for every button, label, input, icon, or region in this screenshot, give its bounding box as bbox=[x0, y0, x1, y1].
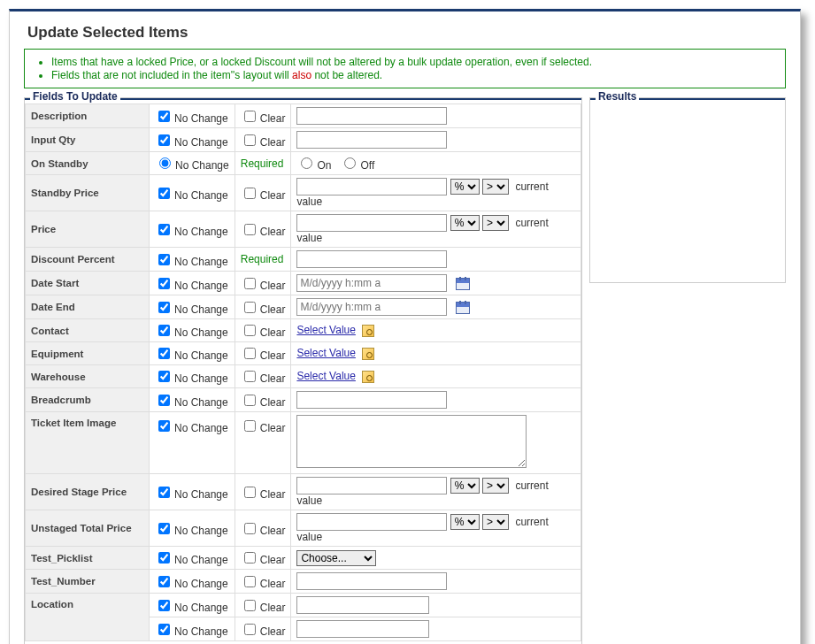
input-location-1[interactable] bbox=[296, 596, 429, 614]
clear-desired-stage-price[interactable] bbox=[244, 487, 256, 498]
input-unstaged-total-price[interactable] bbox=[296, 513, 447, 531]
input-breadcrumb[interactable] bbox=[296, 391, 447, 409]
nochange-description[interactable] bbox=[158, 111, 170, 122]
label-ticket-item-image: Ticket Item Image bbox=[26, 412, 150, 474]
lookup-icon[interactable] bbox=[362, 371, 374, 383]
input-location-2[interactable] bbox=[296, 620, 429, 638]
row-date-end: Date End No Change Clear bbox=[26, 295, 581, 319]
clear-test-picklist[interactable] bbox=[244, 552, 256, 564]
input-test-number[interactable] bbox=[296, 572, 447, 590]
unit-standby-price[interactable]: % bbox=[450, 179, 480, 195]
lookup-icon[interactable] bbox=[362, 325, 374, 337]
row-contact: Contact No Change Clear Select Value bbox=[26, 319, 581, 342]
row-equipment: Equipment No Change Clear Select Value bbox=[26, 342, 581, 365]
row-price: Price No Change Clear % > current value bbox=[26, 211, 581, 248]
clear-date-end[interactable] bbox=[244, 302, 256, 313]
label-equipment: Equipment bbox=[26, 342, 150, 365]
clear-standby-price[interactable] bbox=[244, 188, 256, 199]
label-input-qty: Input Qty bbox=[26, 128, 150, 152]
nochange-discount-percent[interactable] bbox=[158, 254, 170, 265]
nochange-breadcrumb[interactable] bbox=[158, 395, 170, 406]
clear-test-number[interactable] bbox=[244, 576, 256, 587]
input-date-end[interactable] bbox=[296, 298, 447, 316]
op-unstaged-total-price[interactable]: > bbox=[482, 514, 509, 530]
nochange-test-picklist[interactable] bbox=[158, 552, 170, 564]
nochange-test-number[interactable] bbox=[158, 576, 170, 587]
select-test-picklist[interactable]: Choose... bbox=[296, 550, 376, 566]
nochange-warehouse[interactable] bbox=[158, 371, 170, 382]
dialog-title: Update Selected Items bbox=[27, 24, 789, 42]
row-ticket-item-image: Ticket Item Image No Change Clear bbox=[26, 412, 581, 474]
clear-location-1[interactable] bbox=[244, 600, 256, 611]
textarea-ticket-item-image[interactable] bbox=[296, 415, 527, 468]
lookup-icon[interactable] bbox=[362, 348, 374, 360]
select-value-contact[interactable]: Select Value bbox=[296, 324, 356, 336]
fields-legend: Fields To Update bbox=[30, 90, 120, 103]
unit-price[interactable]: % bbox=[450, 215, 480, 231]
unit-desired-stage-price[interactable]: % bbox=[450, 478, 480, 494]
nochange-price[interactable] bbox=[158, 224, 170, 235]
clear-description[interactable] bbox=[244, 111, 256, 122]
required-on-standby: Required bbox=[241, 157, 284, 170]
nochange-contact[interactable] bbox=[158, 325, 170, 336]
input-desired-stage-price[interactable] bbox=[296, 477, 447, 494]
label-test-number: Test_Number bbox=[26, 570, 150, 594]
row-standby-price: Standby Price No Change Clear % > curren… bbox=[26, 175, 581, 211]
clear-breadcrumb[interactable] bbox=[244, 395, 256, 406]
nochange-ticket-item-image[interactable] bbox=[158, 420, 170, 432]
op-price[interactable]: > bbox=[482, 215, 509, 231]
input-input-qty[interactable] bbox=[296, 131, 447, 149]
input-discount-percent[interactable] bbox=[296, 250, 447, 268]
op-standby-price[interactable]: > bbox=[482, 179, 509, 195]
nochange-location-2[interactable] bbox=[158, 624, 170, 635]
nochange-date-start[interactable] bbox=[158, 278, 170, 289]
clear-contact[interactable] bbox=[244, 325, 256, 336]
select-value-equipment[interactable]: Select Value bbox=[296, 347, 356, 359]
clear-unstaged-total-price[interactable] bbox=[244, 523, 256, 534]
label-description: Description bbox=[26, 104, 150, 128]
label-location: Location bbox=[26, 594, 150, 641]
fields-to-update-panel: Fields To Update Description No Change C… bbox=[24, 97, 582, 644]
nochange-location-1[interactable] bbox=[158, 600, 170, 611]
label-date-start: Date Start bbox=[26, 272, 150, 295]
nochange-desired-stage-price[interactable] bbox=[158, 487, 170, 498]
label-price: Price bbox=[26, 211, 150, 248]
note-line-1: Items that have a locked Price, or a loc… bbox=[51, 56, 776, 68]
clear-ticket-item-image[interactable] bbox=[244, 420, 256, 432]
row-warehouse: Warehouse No Change Clear Select Value bbox=[26, 365, 581, 388]
row-breadcrumb: Breadcrumb No Change Clear bbox=[26, 388, 581, 412]
nochange-on-standby[interactable] bbox=[159, 157, 171, 169]
nochange-unstaged-total-price[interactable] bbox=[158, 523, 170, 534]
clear-input-qty[interactable] bbox=[244, 134, 256, 146]
op-desired-stage-price[interactable]: > bbox=[482, 478, 509, 494]
nochange-standby-price[interactable] bbox=[158, 188, 170, 199]
input-price[interactable] bbox=[296, 214, 447, 232]
nochange-input-qty[interactable] bbox=[158, 134, 170, 146]
clear-warehouse[interactable] bbox=[244, 371, 256, 382]
nochange-equipment[interactable] bbox=[158, 348, 170, 359]
calendar-icon[interactable] bbox=[456, 278, 470, 290]
clear-location-2[interactable] bbox=[244, 624, 256, 635]
clear-date-start[interactable] bbox=[244, 278, 256, 289]
nochange-date-end[interactable] bbox=[158, 302, 170, 313]
row-date-start: Date Start No Change Clear bbox=[26, 272, 581, 295]
calendar-icon[interactable] bbox=[456, 302, 470, 314]
clear-price[interactable] bbox=[244, 224, 256, 235]
label-standby-price: Standby Price bbox=[26, 175, 150, 211]
select-value-warehouse[interactable]: Select Value bbox=[296, 370, 356, 382]
input-description[interactable] bbox=[296, 107, 447, 125]
input-date-start[interactable] bbox=[296, 274, 447, 292]
results-legend: Results bbox=[596, 90, 639, 103]
label-desired-stage-price: Desired Stage Price bbox=[26, 474, 150, 510]
radio-on[interactable] bbox=[301, 157, 312, 169]
row-discount-percent: Discount Percent No Change Required bbox=[26, 248, 581, 272]
radio-off[interactable] bbox=[344, 157, 356, 169]
unit-unstaged-total-price[interactable]: % bbox=[450, 514, 480, 530]
results-panel: Results bbox=[589, 97, 786, 283]
label-date-end: Date End bbox=[26, 295, 150, 319]
label-contact: Contact bbox=[26, 319, 150, 342]
clear-equipment[interactable] bbox=[244, 348, 256, 359]
row-desired-stage-price: Desired Stage Price No Change Clear % > … bbox=[26, 474, 581, 510]
input-standby-price[interactable] bbox=[296, 178, 447, 196]
row-on-standby: On Standby No Change Required On Off bbox=[26, 152, 581, 175]
